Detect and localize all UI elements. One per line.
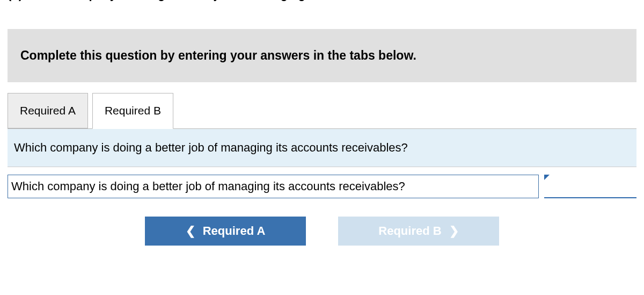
answer-input-container bbox=[544, 175, 636, 198]
nav-buttons-row: ❮ Required A Required B ❯ bbox=[8, 217, 636, 262]
question-text: Which company is doing a better job of m… bbox=[8, 129, 636, 167]
tabs-row: Required A Required B bbox=[8, 93, 636, 129]
partial-header-text: (b) Which company is doing a better job … bbox=[8, 0, 636, 2]
prev-required-a-button[interactable]: ❮ Required A bbox=[145, 217, 306, 246]
answer-row: Which company is doing a better job of m… bbox=[8, 175, 636, 198]
next-required-b-button[interactable]: Required B ❯ bbox=[338, 217, 499, 246]
chevron-left-icon: ❮ bbox=[186, 224, 195, 238]
answer-input[interactable] bbox=[544, 175, 636, 198]
answer-prompt-label: Which company is doing a better job of m… bbox=[8, 175, 539, 198]
tab-required-a[interactable]: Required A bbox=[8, 93, 88, 128]
next-button-label: Required B bbox=[378, 224, 441, 238]
input-corner-marker-icon bbox=[544, 175, 550, 180]
prev-button-label: Required A bbox=[203, 224, 266, 238]
instruction-banner: Complete this question by entering your … bbox=[8, 29, 636, 82]
chevron-right-icon: ❯ bbox=[449, 224, 459, 238]
tab-required-b[interactable]: Required B bbox=[92, 93, 173, 129]
